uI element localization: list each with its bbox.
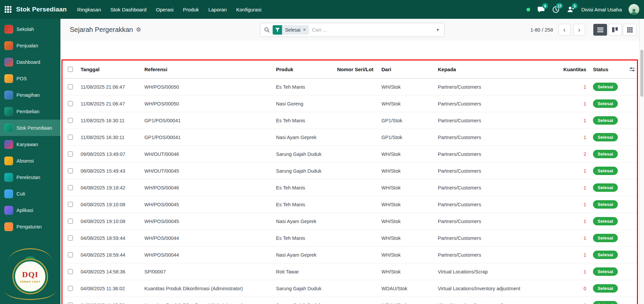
pager-next-button[interactable]: › [573,24,585,36]
user-requests-icon[interactable]: 5 [566,5,574,13]
sidebar-item[interactable]: Penjualan [0,37,60,54]
filter-remove-icon[interactable]: × [303,27,306,33]
column-header-kuantitas[interactable]: Kuantitas [560,67,590,72]
sidebar-item[interactable]: Pengaturan [0,218,60,235]
company-switcher[interactable]: Divisi Amal Usaha [581,7,622,12]
column-header-dari[interactable]: Dari [379,67,435,72]
nav-menu-item[interactable]: Stok Dashboard [106,4,151,15]
table-row[interactable]: 04/08/2025 11:36:02 Kuantitas Produk Dik… [62,280,637,297]
table-row[interactable]: 09/08/2025 13:49:07 WH/OUT/00046 Sarung … [62,146,637,163]
cell-produk: Es Teh Manis [273,185,334,190]
cell-kuantitas: 0 [560,286,590,291]
row-checkbox[interactable] [68,303,73,304]
cell-produk: Nasi Ayam Geprek [273,219,334,224]
list-view-button[interactable] [593,24,607,36]
search-bar[interactable]: Selesai × ▾ [260,23,445,37]
sidebar-item[interactable]: POS [0,70,60,87]
select-all-checkbox[interactable] [68,67,73,72]
table-row[interactable]: 04/08/2025 19:10:08 WH/POS/00045 Es Teh … [62,196,637,213]
column-header-referensi[interactable]: Referensi [142,67,273,72]
sidebar-item[interactable]: Sekolah [0,21,60,37]
column-header-kepada[interactable]: Kepada [435,67,560,72]
sidebar-item[interactable]: Stok Persediaan [0,120,60,136]
cell-kepada: Partners/Customers [435,202,560,207]
nav-menu-item[interactable]: Konfigurasi [232,4,266,15]
sidebar-item-label: Pembelian [16,109,40,114]
column-header-produk[interactable]: Produk [273,67,334,72]
apps-grid-icon[interactable] [5,6,11,13]
table-row[interactable]: 08/08/2025 15:49:43 WH/OUT/00045 Sarung … [62,163,637,179]
nav-menu-item[interactable]: Laporan [204,4,231,15]
nav-menu-item[interactable]: Operasi [151,4,178,15]
row-checkbox[interactable] [68,219,73,224]
table-row[interactable]: 04/08/2025 18:59:44 WH/POS/00044 Nasi Ay… [62,247,637,263]
pivot-view-button[interactable] [623,24,637,36]
online-status-dot [526,8,530,11]
sidebar-item[interactable]: Dashboard [0,54,60,70]
row-checkbox[interactable] [68,286,73,291]
sidebar-item[interactable]: Pembelian [0,103,60,120]
nav-menus: RingkasanStok DashboardOperasiProdukLapo… [73,4,266,15]
row-checkbox[interactable] [68,185,73,190]
activities-clock-icon[interactable]: 17 [552,5,560,13]
table-row[interactable]: 11/08/2025 16:30:11 GP1/POS/00041 Es Teh… [62,112,637,129]
table-row[interactable]: 04/08/2025 19:18:42 WH/POS/00046 Es Teh … [62,179,637,196]
user-avatar[interactable] [629,4,639,15]
filter-facet[interactable]: Selesai × [273,25,309,35]
search-input[interactable] [312,27,432,33]
row-checkbox[interactable] [68,84,73,89]
pager-prev-button[interactable]: ‹ [558,24,570,36]
cell-referensi: WH/POS/00050 [142,101,273,106]
messages-icon[interactable]: 6 [537,5,545,13]
cell-kepada: Partners/Customers [435,185,560,190]
table-row[interactable]: 04/08/2025 19:10:08 WH/POS/00045 Nasi Ay… [62,213,637,230]
kanban-view-icon [612,27,618,32]
column-header-tanggal[interactable]: Tanggal [78,67,142,72]
vertical-scrollbar[interactable] [639,19,644,304]
cell-referensi: GP1/POS/00041 [142,118,273,123]
scrollbar-thumb[interactable] [640,50,643,97]
row-checkbox[interactable] [68,235,73,241]
table-row[interactable]: 11/08/2025 21:06:47 WH/POS/00050 Es Teh … [62,79,637,95]
sidebar-item-label: Absensi [16,158,34,164]
nav-menu-item[interactable]: Produk [179,4,203,15]
search-dropdown-caret-icon[interactable]: ▾ [435,26,440,34]
nav-menu-item[interactable]: Ringkasan [73,4,105,15]
table-row[interactable]: 04/08/2025 14:58:36 SP/00007 Roti Tawar … [62,263,637,280]
row-checkbox[interactable] [68,168,73,173]
app-icon [4,206,13,215]
row-checkbox[interactable] [68,135,73,140]
column-options-button[interactable] [627,67,637,72]
row-checkbox[interactable] [68,252,73,257]
row-checkbox[interactable] [68,101,73,106]
sidebar-item[interactable]: Perekrutan [0,169,60,185]
sidebar-item[interactable]: Aplikasi [0,202,60,218]
column-header-status[interactable]: Status [590,67,627,72]
sidebar-item[interactable]: Karyawan [0,136,60,153]
row-checkbox[interactable] [68,118,73,123]
sidebar-item-label: Aplikasi [16,208,33,213]
table-row[interactable]: 04/08/2025 18:59:44 WH/POS/00044 Es Teh … [62,230,637,247]
row-checkbox[interactable] [68,202,73,207]
cell-kuantitas: 1 [560,202,590,207]
cell-referensi: WH/POS/00045 [142,202,273,207]
sidebar-item[interactable]: Cuti [0,185,60,202]
cell-referensi: WH/POS/00044 [142,235,273,241]
app-icon [4,74,13,83]
table-row[interactable]: 11/08/2025 21:06:47 WH/POS/00050 Nasi Go… [62,95,637,112]
main-content: Sejarah Pergerakkan ⚙ Selesai × ▾ 1-80 /… [60,19,644,304]
action-gear-icon[interactable]: ⚙ [136,26,141,33]
app-title[interactable]: Stok Persediaan [16,6,67,13]
kanban-view-button[interactable] [608,24,622,36]
table-row[interactable]: 04/08/2025 11:35:59 Kuantitas Produk Dik… [62,297,637,304]
row-checkbox[interactable] [68,151,73,157]
sidebar-item-label: POS [16,76,27,81]
table-row[interactable]: 11/08/2025 16:30:11 GP1/POS/00041 Nasi A… [62,129,637,146]
column-header-lot[interactable]: Nomor Seri/Lot [334,67,379,72]
row-checkbox[interactable] [68,269,73,274]
cell-tanggal: 04/08/2025 19:10:08 [78,202,142,207]
status-badge: Selesai [593,116,618,125]
sidebar-item[interactable]: Penagihan [0,87,60,103]
sidebar-item[interactable]: Absensi [0,153,60,169]
cell-produk: Sarung Gajah Duduk [273,286,334,291]
